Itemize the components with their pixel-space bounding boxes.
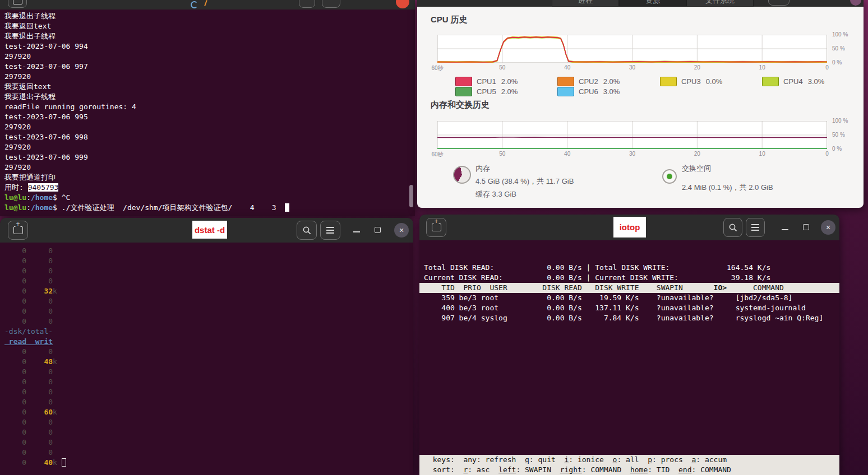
dstat-titlebar: dstat -d × [0,218,413,243]
terminal-line: 我要退出子线程 [4,11,413,21]
dstat-line: 0 0 [4,256,413,266]
terminal-line: 297920 [4,142,413,152]
terminal-line: 我要把通道打印 [4,173,413,183]
minimize-button[interactable] [782,229,788,230]
new-tab-button[interactable] [8,221,28,240]
maximize-button[interactable] [375,227,381,233]
menu-button[interactable] [768,0,789,6]
iotop-process-table: Total DISK READ: 0.00 B/s | Total DISK W… [424,263,839,323]
terminal-window-main: 我要退出子线程我要返回text我要退出子线程test-2023-07-06 99… [0,0,415,216]
close-button[interactable]: × [394,223,409,238]
dstat-output: 0 0 0 0 0 0 0 0 0 32k 0 0 0 0 0 0-dsk/to… [0,243,413,475]
dstat-line: 0 0 [4,397,413,407]
dstat-line: 0 0 [4,266,413,276]
cpu-legend-item: CPU63.0% [557,86,620,96]
new-tab-icon [13,0,22,4]
menu-button[interactable] [322,0,340,8]
dstat-line: 0 0 [4,377,413,387]
dstat-line: 0 0 [4,387,413,397]
legend-cpu-value: 0.0% [706,77,723,86]
memory-usage-value: 4.5 GiB (38.4 %)，共 11.7 GiB [475,176,574,187]
dstat-line: 0 0 [4,306,413,316]
menu-button[interactable] [320,221,340,240]
terminal-line: test-2023-07-06 998 [4,132,413,142]
iotop-line: 400 be/3 root 0.00 B/s 137.11 K/s ?unava… [424,303,839,313]
search-icon [302,226,312,235]
dstat-line: 0 0 [4,276,413,286]
terminal-line: lu@lu:/home$ ^C [4,193,413,203]
terminal-line: test-2023-07-06 995 [4,112,413,122]
cpu-history-chart [437,35,827,63]
search-button[interactable] [297,221,317,240]
close-button[interactable] [396,0,409,8]
x-tick-label: 60秒 [425,64,450,72]
search-button[interactable] [299,0,315,8]
tab-processes[interactable]: 进程 [552,0,619,7]
cpu-legend-item: CPU30.0% [660,76,722,86]
dstat-line: 0 0 [4,367,413,377]
swap-usage-value: 2.4 MiB (0.1 %)，共 2.0 GiB [682,183,773,193]
terminal-line: lu@lu:/home$ ./文件验证处理 /dev/shm/项目架构文件验证包… [4,203,413,213]
x-tick-label: 30 [620,64,645,71]
search-button[interactable] [723,218,742,237]
dstat-line: 0 0 [4,437,413,448]
memory-cache-value: 缓存 3.3 GiB [475,189,516,199]
x-tick-label: 20 [685,151,709,157]
memory-label: 内存 [475,164,490,174]
new-tab-button[interactable] [8,0,27,8]
system-monitor-window: 进程 资源 文件系统 CPU 历史 100 %50 %0 % 60秒504030… [417,0,864,208]
menu-button[interactable] [746,218,765,237]
terminal-main-output: 我要退出子线程我要返回text我要退出子线程test-2023-07-06 99… [0,10,415,216]
scrollbar[interactable] [409,185,413,207]
tab-resources[interactable]: 资源 [619,0,686,7]
dstat-terminal-window: dstat -d × 0 0 0 0 0 0 0 0 0 32k 0 0 0 0… [0,218,413,475]
terminal-line: 297920 [4,52,413,62]
close-button[interactable] [850,0,861,6]
terminal-line: test-2023-07-06 999 [4,152,413,162]
legend-color-chip [557,77,574,86]
system-monitor-titlebar: 进程 资源 文件系统 [417,0,864,7]
search-icon [728,223,738,232]
terminal-line: 我要退出子线程 [4,31,413,41]
x-tick-label: 40 [555,151,580,157]
hamburger-icon [326,230,334,231]
dstat-line: 0 0 [4,427,413,437]
minimize-button[interactable] [353,231,360,232]
legend-cpu-value: 3.0% [808,77,825,86]
new-tab-button[interactable] [426,218,446,237]
terminal-line: 我要返回text [4,21,413,31]
terminal-main-titlebar [0,0,415,10]
tab-filesystems[interactable]: 文件系统 [686,0,754,7]
chart-series-内存 [437,137,827,138]
iotop-line: 907 be/4 syslog 0.00 B/s 7.84 K/s ?unava… [424,313,839,323]
iotop-line: Total DISK READ: 0.00 B/s | Total DISK W… [424,263,839,273]
memory-history-heading: 内存和交换历史 [431,100,490,110]
close-button[interactable]: × [821,220,835,235]
dstat-line: 0 40k [4,458,413,468]
tab-label: 文件系统 [687,0,753,6]
iotop-line: 359 be/3 root 0.00 B/s 19.59 K/s ?unavai… [424,293,839,303]
terminal-line: 297920 [4,162,413,173]
legend-cpu-name: CPU4 [783,77,803,86]
terminal-line: 我要返回text [4,82,413,92]
terminal-line: readFile running goroutines: 4 [4,102,413,112]
cpu-legend-item: CPU22.0% [557,76,620,86]
x-tick-label: 20 [685,64,709,71]
dstat-line: 0 0 [4,246,413,256]
swap-dot-icon [662,169,677,184]
iotop-line: TID PRIO USER DISK READ DISK WRITE SWAPI… [419,283,839,293]
x-tick-label: 0 [815,151,839,157]
maximize-button[interactable] [803,224,809,230]
cpu-legend-item: CPU52.0% [455,86,518,96]
iotop-output: Total DISK READ: 0.00 B/s | Total DISK W… [419,240,839,475]
terminal-title-icon-fragment [204,0,207,6]
legend-cpu-value: 2.0% [603,77,620,86]
x-tick-label: 10 [750,151,774,157]
iotop-titlebar: iotop × [419,215,839,240]
dstat-line: read writ [4,337,413,347]
x-tick-label: 60秒 [425,151,450,159]
legend-cpu-name: CPU2 [579,77,598,86]
dstat-line: 0 0 [4,448,413,458]
tab-label: 资源 [620,0,686,6]
legend-color-chip [557,87,574,96]
